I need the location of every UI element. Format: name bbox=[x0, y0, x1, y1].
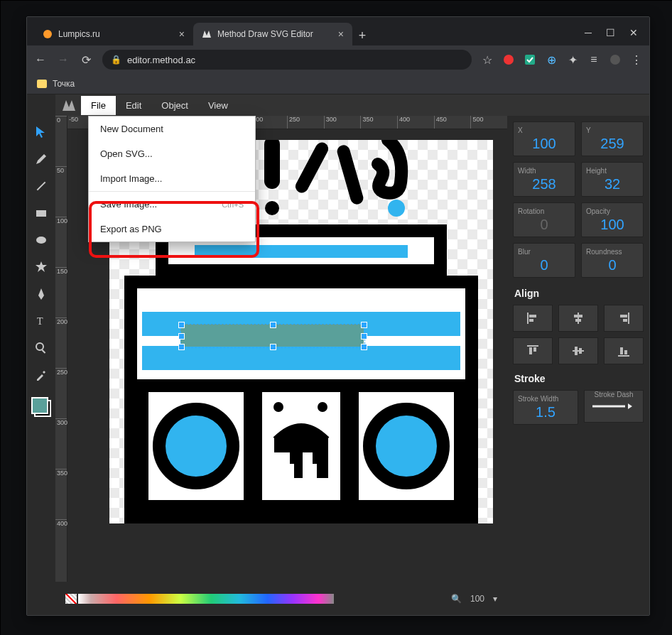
star-tool-icon[interactable] bbox=[31, 256, 52, 278]
svg-rect-7 bbox=[36, 210, 46, 217]
pencil-tool-icon[interactable] bbox=[31, 148, 52, 170]
tab-method-draw[interactable]: Method Draw SVG Editor × bbox=[193, 23, 352, 45]
new-tab-button[interactable]: + bbox=[352, 26, 372, 45]
align-top-button[interactable] bbox=[513, 337, 553, 364]
back-icon[interactable]: ← bbox=[34, 53, 47, 66]
text-tool-icon[interactable]: T bbox=[31, 310, 52, 332]
stroke-label: Stroke bbox=[514, 373, 644, 384]
tab-lumpics[interactable]: Lumpics.ru × bbox=[34, 23, 193, 45]
svg-rect-34 bbox=[529, 315, 536, 318]
bookmark-label[interactable]: Точка bbox=[53, 79, 75, 89]
minimize-icon[interactable]: ─ bbox=[585, 27, 592, 38]
file-menu-dropdown: New Document Open SVG... Import Image...… bbox=[88, 116, 256, 242]
menuitem-open-svg[interactable]: Open SVG... bbox=[89, 141, 255, 166]
forward-icon[interactable]: → bbox=[57, 53, 70, 66]
prop-y[interactable]: Y259 bbox=[581, 121, 644, 156]
kebab-icon[interactable]: ⋮ bbox=[631, 54, 642, 65]
svg-rect-47 bbox=[579, 348, 582, 354]
zoom-icon[interactable]: 🔍 bbox=[451, 594, 462, 604]
prop-roundness[interactable]: Roundness0 bbox=[581, 243, 644, 278]
svg-rect-19 bbox=[195, 245, 408, 258]
close-icon[interactable]: × bbox=[179, 29, 185, 39]
opera-red-icon[interactable] bbox=[503, 54, 514, 65]
svg-rect-36 bbox=[578, 313, 579, 324]
star-icon[interactable]: ☆ bbox=[482, 54, 493, 65]
fill-color-swatch bbox=[31, 397, 48, 414]
tool-strip: T bbox=[27, 94, 55, 616]
select-tool-icon[interactable] bbox=[31, 121, 52, 143]
tabs-strip: Lumpics.ru × Method Draw SVG Editor × + bbox=[27, 23, 573, 45]
maximize-icon[interactable]: ☐ bbox=[606, 27, 615, 38]
path-tool-icon[interactable] bbox=[31, 283, 52, 305]
close-icon[interactable]: × bbox=[338, 29, 344, 39]
globe-icon[interactable]: ⊕ bbox=[546, 54, 557, 65]
svg-rect-50 bbox=[624, 350, 627, 354]
svg-point-29 bbox=[273, 402, 283, 412]
avatar-icon[interactable] bbox=[609, 54, 621, 65]
menuitem-import-image[interactable]: Import Image... bbox=[89, 166, 255, 191]
align-right-button[interactable] bbox=[604, 305, 644, 332]
extension-icons: ☆ ⊕ ✦ ≡ ⋮ bbox=[482, 54, 642, 65]
menu-edit[interactable]: Edit bbox=[116, 96, 151, 115]
svg-point-30 bbox=[318, 402, 327, 412]
prop-rotation[interactable]: Rotation0 bbox=[513, 202, 575, 237]
browser-titlebar: Lumpics.ru × Method Draw SVG Editor × + … bbox=[27, 17, 649, 45]
align-center-h-button[interactable] bbox=[558, 305, 598, 332]
svg-rect-41 bbox=[623, 319, 627, 322]
svg-rect-49 bbox=[620, 347, 623, 354]
svg-rect-40 bbox=[620, 315, 627, 318]
lock-icon: 🔒 bbox=[111, 55, 121, 65]
ublock-green-icon[interactable] bbox=[524, 54, 536, 65]
prop-height[interactable]: Height32 bbox=[581, 162, 644, 197]
svg-rect-15 bbox=[293, 140, 331, 195]
zoom-value[interactable]: 100 bbox=[470, 594, 484, 604]
app-menubar: File Edit Object View bbox=[55, 94, 649, 116]
menu-object[interactable]: Object bbox=[151, 96, 198, 115]
fill-stroke-swatch[interactable] bbox=[31, 397, 51, 417]
reload-icon[interactable]: ⟳ bbox=[80, 53, 92, 67]
menuitem-export-png[interactable]: Export as PNG bbox=[89, 217, 255, 241]
menu-view[interactable]: View bbox=[198, 96, 238, 115]
address-bar[interactable]: 🔒 editor.method.ac bbox=[102, 50, 472, 70]
align-center-v-button[interactable] bbox=[558, 337, 598, 364]
menuitem-save-image[interactable]: Save Image...Ctrl+S bbox=[89, 191, 255, 217]
tab-title: Lumpics.ru bbox=[58, 29, 100, 39]
svg-rect-22 bbox=[142, 346, 460, 370]
prop-x[interactable]: X100 bbox=[513, 121, 575, 156]
prop-stroke-dash[interactable]: Stroke Dash bbox=[584, 390, 644, 423]
line-tool-icon[interactable] bbox=[31, 175, 52, 197]
nocolor-swatch[interactable] bbox=[65, 594, 77, 604]
prop-blur[interactable]: Blur0 bbox=[513, 243, 575, 278]
properties-panel: Rectangle X100 Y259 Width258 Height32 Ro… bbox=[507, 94, 649, 616]
menu-file[interactable]: File bbox=[81, 96, 116, 115]
color-palette[interactable] bbox=[78, 594, 334, 604]
bottom-bar: 🔍 100 ▾ bbox=[55, 582, 507, 616]
prop-width[interactable]: Width258 bbox=[513, 162, 575, 197]
svg-rect-42 bbox=[527, 345, 538, 347]
svg-point-10 bbox=[36, 343, 43, 350]
window-controls: ─ ☐ ✕ bbox=[573, 27, 649, 45]
prop-stroke-width[interactable]: Stroke Width 1.5 bbox=[513, 390, 578, 425]
close-window-icon[interactable]: ✕ bbox=[629, 27, 638, 38]
app-logo-icon bbox=[61, 97, 77, 113]
prop-opacity[interactable]: Opacity100 bbox=[581, 202, 644, 237]
svg-rect-16 bbox=[335, 143, 364, 206]
eyedropper-tool-icon[interactable] bbox=[31, 364, 52, 386]
menuitem-new-document[interactable]: New Document bbox=[89, 116, 255, 141]
equalizer-icon[interactable]: ≡ bbox=[588, 54, 600, 65]
zoom-tool-icon[interactable] bbox=[31, 337, 52, 359]
ellipse-tool-icon[interactable] bbox=[31, 229, 52, 251]
browser-window: Lumpics.ru × Method Draw SVG Editor × + … bbox=[26, 16, 650, 616]
editor-shell: File Edit Object View New Document Open … bbox=[27, 94, 649, 616]
svg-rect-32 bbox=[307, 464, 317, 499]
folder-icon bbox=[37, 80, 47, 88]
rect-tool-icon[interactable] bbox=[31, 202, 52, 224]
svg-rect-43 bbox=[529, 347, 532, 354]
align-bottom-button[interactable] bbox=[604, 337, 644, 364]
chevron-down-icon[interactable]: ▾ bbox=[493, 594, 497, 604]
puzzle-icon[interactable]: ✦ bbox=[567, 54, 578, 65]
selection-box[interactable] bbox=[180, 324, 365, 348]
align-label: Align bbox=[514, 288, 644, 299]
favicon-method bbox=[202, 29, 212, 39]
align-left-button[interactable] bbox=[513, 305, 553, 332]
